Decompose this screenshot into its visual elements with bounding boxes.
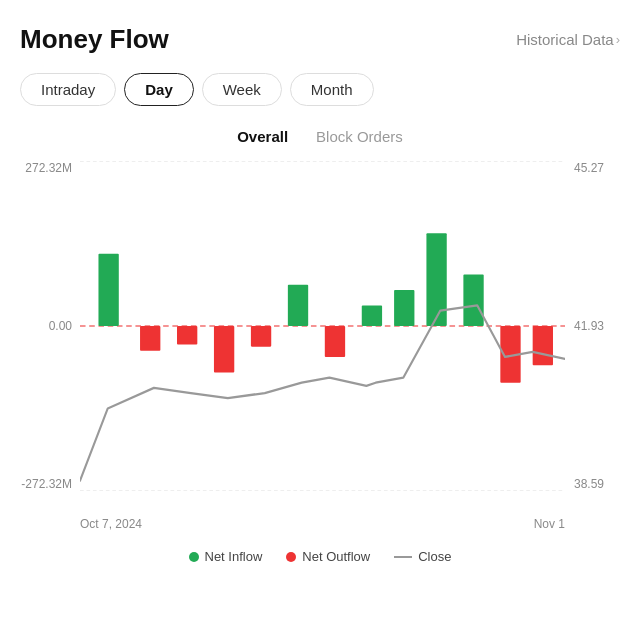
- net-outflow-dot: [286, 552, 296, 562]
- y-right-bottom: 38.59: [574, 477, 604, 491]
- chart-legend: Net Inflow Net Outflow Close: [20, 549, 620, 564]
- svg-rect-15: [533, 326, 553, 365]
- net-inflow-dot: [189, 552, 199, 562]
- legend-close: Close: [394, 549, 451, 564]
- data-type-tabs: Overall Block Orders: [20, 124, 620, 149]
- svg-rect-11: [394, 290, 414, 326]
- time-period-tabs: Intraday Day Week Month: [20, 73, 620, 106]
- chart-drawing-area: [80, 161, 565, 491]
- svg-rect-9: [325, 326, 345, 357]
- y-right-mid: 41.93: [574, 319, 604, 333]
- legend-net-inflow: Net Inflow: [189, 549, 263, 564]
- legend-net-inflow-label: Net Inflow: [205, 549, 263, 564]
- y-axis-left: 272.32M 0.00 -272.32M: [20, 161, 78, 491]
- y-axis-right: 45.27 41.93 38.59: [568, 161, 620, 491]
- chevron-right-icon: ›: [616, 32, 620, 47]
- svg-rect-5: [177, 326, 197, 345]
- money-flow-chart: 272.32M 0.00 -272.32M 45.27 41.93 38.59: [20, 161, 620, 541]
- svg-rect-12: [426, 233, 446, 326]
- y-right-top: 45.27: [574, 161, 604, 175]
- legend-net-outflow-label: Net Outflow: [302, 549, 370, 564]
- x-label-start: Oct 7, 2024: [80, 517, 142, 531]
- tab-week[interactable]: Week: [202, 73, 282, 106]
- svg-rect-3: [98, 254, 118, 326]
- svg-rect-13: [463, 274, 483, 326]
- svg-rect-8: [288, 285, 308, 326]
- tab-month[interactable]: Month: [290, 73, 374, 106]
- svg-rect-10: [362, 305, 382, 326]
- legend-close-label: Close: [418, 549, 451, 564]
- y-left-top: 272.32M: [25, 161, 72, 175]
- svg-rect-4: [140, 326, 160, 351]
- tab-day[interactable]: Day: [124, 73, 194, 106]
- tab-intraday[interactable]: Intraday: [20, 73, 116, 106]
- historical-data-label: Historical Data: [516, 31, 614, 48]
- svg-rect-7: [251, 326, 271, 347]
- x-axis: Oct 7, 2024 Nov 1: [80, 517, 565, 531]
- page-title: Money Flow: [20, 24, 169, 55]
- svg-rect-6: [214, 326, 234, 372]
- close-line: [394, 556, 412, 558]
- historical-data-link[interactable]: Historical Data ›: [516, 31, 620, 48]
- tab-overall[interactable]: Overall: [237, 124, 288, 149]
- legend-net-outflow: Net Outflow: [286, 549, 370, 564]
- y-left-bottom: -272.32M: [21, 477, 72, 491]
- tab-block-orders[interactable]: Block Orders: [316, 124, 403, 149]
- x-label-end: Nov 1: [534, 517, 565, 531]
- y-left-mid: 0.00: [49, 319, 72, 333]
